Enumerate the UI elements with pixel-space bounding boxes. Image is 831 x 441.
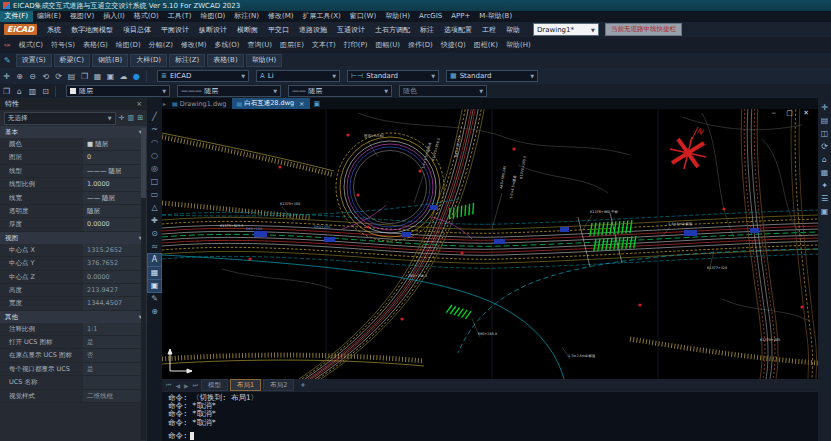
command-window[interactable]: 命令: 〈切换到: 布局1〉命令: *取消*命令: *取消*命令: *取消* 命… bbox=[162, 391, 818, 441]
toolbar-icon[interactable]: ▣ bbox=[104, 70, 117, 83]
toolbar-icon[interactable]: ● bbox=[130, 70, 143, 83]
drawing-viewport[interactable]: 1-4×3.5m盖板涵K1375+958.5BK0+321.55AK0+580.… bbox=[162, 109, 818, 379]
module-menu-item[interactable]: 图框(K) bbox=[470, 40, 502, 50]
eicad-menu-item[interactable]: 选项配置 bbox=[439, 25, 477, 35]
bridge-toolbar-button[interactable]: 帮助(H) bbox=[246, 54, 283, 67]
centerline-notice-button[interactable]: 当前无道路中线快捷栏 bbox=[605, 23, 682, 36]
quick-select-icon[interactable]: ✛ bbox=[119, 114, 125, 122]
toggle-pickadd-icon[interactable]: ⊞ bbox=[137, 114, 143, 122]
side-tool-icon[interactable]: ▣ bbox=[821, 207, 829, 216]
property-row[interactable]: 颜色■ 随层 bbox=[0, 138, 147, 151]
menu-item[interactable]: 文件(F) bbox=[0, 11, 33, 22]
draw-tool-icon[interactable]: ~ bbox=[148, 124, 161, 136]
close-icon[interactable]: × bbox=[136, 98, 142, 110]
draw-tool-icon[interactable]: ✚ bbox=[148, 215, 161, 227]
menu-item[interactable]: 修改(M) bbox=[263, 11, 298, 22]
menu-item[interactable]: 扩展工具(X) bbox=[298, 11, 345, 22]
property-value[interactable]: 随层 bbox=[83, 205, 147, 217]
linetype-combo[interactable]: ——— 随层 ▼ bbox=[177, 85, 281, 97]
menu-item[interactable]: 视图(V) bbox=[65, 11, 98, 22]
module-menu-item[interactable]: 打印(P) bbox=[340, 40, 372, 50]
module-menu-item[interactable]: 符号(S) bbox=[47, 40, 79, 50]
eicad-menu-item[interactable]: 平交口 bbox=[263, 25, 294, 35]
layout-tab[interactable]: 布局2 bbox=[263, 379, 294, 391]
toolbar-icon[interactable]: ▦ bbox=[91, 70, 104, 83]
property-value[interactable]: ■ 随层 bbox=[83, 138, 147, 150]
draw-tool-icon[interactable]: ◠ bbox=[148, 137, 161, 149]
document-tab[interactable]: ▤白石互通28.dwg× bbox=[232, 98, 310, 109]
layout-nav-icon[interactable]: ⏭ bbox=[192, 381, 199, 389]
eicad-menu-item[interactable]: 帮助 bbox=[501, 25, 525, 35]
property-row[interactable]: 厚度0.0000 bbox=[0, 218, 147, 231]
property-row[interactable]: 每个视口都显示 UCS是 bbox=[0, 363, 147, 376]
layout-nav-icon[interactable]: ◀ bbox=[174, 382, 181, 389]
eicad-menu-item[interactable]: 项目总体 bbox=[118, 25, 156, 35]
section-view[interactable]: 视图 ▾ bbox=[0, 232, 147, 244]
draw-tool-icon[interactable]: ○ bbox=[148, 150, 161, 162]
draw-tool-icon[interactable]: ✎ bbox=[148, 293, 161, 305]
property-row[interactable]: 中心点 X1315.2652 bbox=[0, 244, 147, 257]
property-row[interactable]: 线型——— 随层 bbox=[0, 165, 147, 178]
bridge-toolbar-button[interactable]: 桥梁(C) bbox=[54, 54, 90, 67]
draw-tool-icon[interactable]: □ bbox=[148, 176, 161, 188]
bridge-toolbar-button[interactable]: 设置(S) bbox=[16, 54, 52, 67]
property-row[interactable]: 线宽—— 随层 bbox=[0, 192, 147, 205]
eicad-menu-item[interactable]: 平面设计 bbox=[156, 25, 194, 35]
module-menu-item[interactable]: 文本(T) bbox=[308, 40, 340, 50]
property-row[interactable]: UCS 名称 bbox=[0, 376, 147, 389]
layout-tab[interactable]: 布局1 bbox=[230, 379, 261, 391]
layout-tab[interactable]: 模型 bbox=[201, 379, 228, 391]
draw-tool-icon[interactable]: ≈ bbox=[148, 241, 161, 253]
property-row[interactable]: 宽度1344.4507 bbox=[0, 297, 147, 310]
lineweight-combo[interactable]: —— 随层 ▼ bbox=[288, 85, 392, 97]
layer-combo[interactable]: ≣ EICAD ▼ bbox=[157, 70, 249, 82]
table-style-combo[interactable]: ▦ Standard ▼ bbox=[446, 70, 538, 82]
side-tool-icon[interactable]: ✛ bbox=[821, 103, 828, 112]
eicad-menu-item[interactable]: 横断面 bbox=[232, 25, 263, 35]
module-menu-item[interactable]: 图幅(U) bbox=[371, 40, 404, 50]
draw-tool-icon[interactable]: ▦ bbox=[148, 267, 161, 279]
bridge-toolbar-button[interactable]: 钢筋(B) bbox=[92, 54, 128, 67]
module-menu-item[interactable]: 操作(D) bbox=[404, 40, 437, 50]
property-row[interactable]: 打开 UCS 图标是 bbox=[0, 336, 147, 349]
side-tool-icon[interactable]: ▤ bbox=[821, 116, 829, 125]
menu-item[interactable]: 工具(T) bbox=[163, 11, 196, 22]
viewport-window-controls[interactable]: ‒ ▢ ✕ bbox=[772, 109, 813, 117]
menu-item[interactable]: 标注(N) bbox=[230, 11, 264, 22]
menu-item[interactable]: M-帮助(B) bbox=[475, 11, 517, 22]
module-menu-item[interactable]: 多线(O) bbox=[211, 40, 244, 50]
property-row[interactable]: 在原点显示 UCS 图标否 bbox=[0, 349, 147, 362]
eicad-menu-item[interactable]: 数字地面模型 bbox=[66, 25, 118, 35]
toolbar-icon[interactable]: ▤ bbox=[65, 70, 78, 83]
module-menu-item[interactable]: 分幅(Z) bbox=[145, 40, 177, 50]
property-row[interactable]: 高度213.9427 bbox=[0, 284, 147, 297]
property-row[interactable]: 透明度随层 bbox=[0, 205, 147, 218]
toolbar-icon[interactable]: ✛ bbox=[0, 70, 13, 83]
draw-tool-icon[interactable]: ◎ bbox=[148, 163, 161, 175]
property-row[interactable]: 线型比例1.0000 bbox=[0, 178, 147, 191]
draw-tool-icon[interactable]: △ bbox=[148, 202, 161, 214]
eicad-menu-item[interactable]: 工程 bbox=[477, 25, 501, 35]
toolbar-icon[interactable]: ⊡ bbox=[39, 85, 52, 98]
property-row[interactable]: 注释比例1:1 bbox=[0, 323, 147, 336]
draw-tool-icon[interactable]: ╱ bbox=[148, 111, 161, 123]
property-value[interactable]: —— 随层 bbox=[83, 192, 147, 204]
side-tool-icon[interactable]: ☰ bbox=[821, 194, 828, 203]
menu-item[interactable]: 编辑(E) bbox=[33, 11, 66, 22]
menu-item[interactable]: 窗口(W) bbox=[345, 11, 380, 22]
toolbar-icon[interactable]: ☁ bbox=[117, 70, 130, 83]
toolbar-icon[interactable]: ⟲ bbox=[39, 70, 52, 83]
module-menu-item[interactable]: 查询(U) bbox=[243, 40, 276, 50]
draw-tool-icon[interactable]: A bbox=[148, 254, 161, 266]
property-row[interactable]: 图层0 bbox=[0, 151, 147, 164]
color-combo[interactable]: 随层 ▼ bbox=[66, 85, 170, 97]
menu-item[interactable]: APP+ bbox=[447, 11, 475, 22]
menu-item[interactable]: 绘图(D) bbox=[196, 11, 230, 22]
module-menu-item[interactable]: 快捷(Q) bbox=[437, 40, 470, 50]
properties-scrollbar[interactable] bbox=[141, 128, 146, 440]
eicad-menu-item[interactable]: 系统 bbox=[42, 25, 66, 35]
property-value[interactable]: 1.0000 bbox=[83, 178, 147, 190]
document-tab[interactable]: ▤Drawing1.dwg bbox=[167, 98, 231, 109]
new-drawing-icon[interactable]: ▣ bbox=[310, 100, 325, 108]
property-value[interactable]: ——— 随层 bbox=[83, 165, 147, 177]
